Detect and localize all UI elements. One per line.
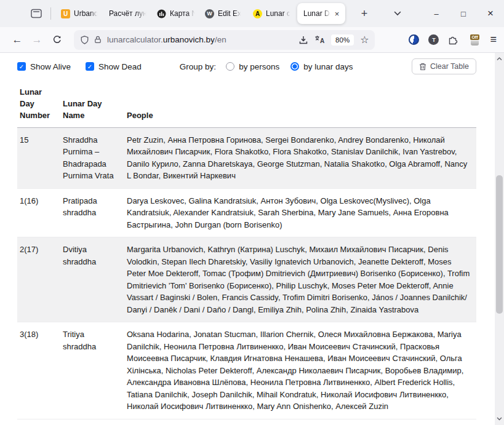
minimize-button[interactable]: –	[423, 0, 450, 27]
filter-row: ✓ Show Alive ✓ Show Dead Group by: by pe…	[17, 60, 476, 73]
tracking-protection-shield-icon[interactable]	[80, 35, 89, 45]
a-favicon-icon: A	[253, 9, 262, 18]
list-all-tabs-button[interactable]	[390, 4, 406, 23]
tab-bar: U Urbano Расчёт лун Карта N W Edit Ex A …	[0, 0, 504, 27]
group-by-label: Group by:	[180, 62, 216, 71]
close-window-button[interactable]: ×	[477, 0, 504, 27]
tab-label: Lunar c	[266, 9, 290, 18]
table-row: 1(16) Pratipada shraddha Darya Leskovec,…	[17, 189, 476, 238]
cell-lunar-day-number: 15	[17, 128, 60, 188]
cell-lunar-day-name: Tritiya shraddha	[60, 322, 124, 419]
address-bar[interactable]: lunarcalculator.urbanovich.by/en A 80% ☆	[74, 30, 375, 50]
cell-people: Margarita Urbanovich, Kathryn (Катрина) …	[124, 237, 476, 322]
cell-lunar-day-name: Dvitiya shraddha	[60, 237, 124, 322]
svg-text:A: A	[320, 38, 324, 44]
dark-mode-extension-icon[interactable]	[409, 34, 419, 45]
show-alive-checkbox-group[interactable]: ✓ Show Alive	[17, 62, 71, 71]
page-content: ✓ Show Alive ✓ Show Dead Group by: by pe…	[0, 54, 495, 425]
tab-separator	[50, 7, 51, 20]
urbanovich-favicon-icon: U	[61, 9, 70, 18]
table-row: 15 Shraddha Purnima – Bhadrapada Purnima…	[17, 128, 476, 189]
scroll-up-icon[interactable]	[495, 54, 504, 64]
cell-lunar-day-number: 1(16)	[17, 189, 60, 237]
vertical-scrollbar[interactable]	[495, 53, 504, 425]
by-lunar-days-radio[interactable]	[290, 62, 299, 71]
header-people: People	[124, 106, 476, 127]
tab-karta[interactable]: Карта N	[152, 0, 200, 27]
lock-icon[interactable]	[94, 35, 102, 44]
header-lunar-day-number: Lunar Day Number	[17, 83, 60, 127]
cell-lunar-day-name: Shraddha Purnima – Bhadrapada Purnima Vr…	[60, 128, 124, 188]
by-persons-radio[interactable]	[226, 62, 234, 71]
navigation-toolbar: ← → lunarcalculator.urbanovich.by/en A 8…	[0, 27, 504, 53]
group-by-persons-radio-group[interactable]: by persons	[226, 62, 279, 71]
scroll-down-icon[interactable]	[495, 414, 504, 424]
cell-lunar-day-number: 2(17)	[17, 237, 60, 322]
header-lunar-day-name: Lunar Day Name	[60, 95, 124, 127]
cell-people: Darya Leskovec, Galina Kandratsiuk, Анто…	[124, 189, 476, 237]
tab-lunar-days-active[interactable]: Lunar Da ×	[297, 3, 345, 24]
browser-window: U Urbano Расчёт лун Карта N W Edit Ex A …	[0, 0, 504, 425]
table-row: 3(18) Tritiya shraddha Oksana Hodarina, …	[17, 322, 476, 419]
show-dead-label: Show Dead	[98, 62, 142, 71]
wordpress-favicon-icon: W	[205, 9, 214, 18]
cell-people: Petr Zuzin, Анна Петровна Горинова, Serg…	[124, 128, 476, 188]
back-button[interactable]: ←	[7, 31, 27, 49]
show-dead-checkbox[interactable]: ✓	[86, 62, 94, 71]
by-lunar-days-label: by lunar days	[303, 62, 353, 71]
off-badge: Off	[470, 34, 479, 40]
cup-icon	[471, 41, 479, 46]
menu-hamburger-icon[interactable]: ≡	[490, 33, 497, 46]
firefox-view-button[interactable]	[28, 5, 44, 22]
show-dead-checkbox-group[interactable]: ✓ Show Dead	[86, 62, 142, 71]
lunar-days-table: Lunar Day Number Lunar Day Name People 1…	[17, 83, 476, 419]
firefox-view-icon	[31, 9, 42, 18]
tab-close-icon[interactable]: ×	[332, 9, 342, 18]
show-alive-checkbox[interactable]: ✓	[17, 62, 26, 71]
tab-lunar-calendar[interactable]: A Lunar c	[248, 0, 296, 27]
chart-favicon-icon	[157, 9, 166, 18]
reload-button[interactable]	[47, 31, 66, 49]
translate-icon[interactable]: A	[314, 35, 325, 44]
tab-label: Urbano	[74, 9, 98, 18]
table-header-row: Lunar Day Number Lunar Day Name People	[17, 83, 476, 128]
extensions-puzzle-icon[interactable]	[448, 34, 458, 45]
group-by-lunar-days-radio-group[interactable]: by lunar days	[290, 62, 353, 71]
tab-edit-excel[interactable]: W Edit Ex	[200, 0, 248, 27]
cell-lunar-day-name: Pratipada shraddha	[60, 189, 124, 237]
half-moon-icon	[409, 34, 419, 45]
tab-urbanovich[interactable]: U Urbano	[56, 0, 104, 27]
tab-label: Карта N	[170, 9, 195, 18]
zoom-level-badge[interactable]: 80%	[331, 34, 354, 46]
new-tab-button[interactable]: +	[355, 4, 374, 23]
tab-label: Lunar Da	[303, 9, 331, 18]
bookmark-star-icon[interactable]: ☆	[360, 34, 369, 46]
downloads-icon[interactable]	[298, 35, 308, 45]
table-row: 2(17) Dvitiya shraddha Margarita Urbanov…	[17, 237, 476, 322]
t-extension-icon[interactable]: T	[428, 34, 439, 45]
cell-lunar-day-number: 3(18)	[17, 322, 60, 419]
maximize-button[interactable]: □	[450, 0, 477, 27]
clear-table-label: Clear Table	[430, 62, 469, 71]
by-persons-label: by persons	[239, 62, 279, 71]
cell-people: Oksana Hodarina, Jonatan Stucman, Illari…	[124, 322, 476, 419]
show-alive-label: Show Alive	[30, 62, 71, 71]
off-extension-icon[interactable]: Off	[468, 34, 481, 46]
url-text[interactable]: lunarcalculator.urbanovich.by/en	[107, 35, 292, 44]
forward-button[interactable]: →	[27, 31, 47, 49]
tab-label: Расчёт лун	[109, 9, 147, 18]
scrollbar-thumb[interactable]	[496, 175, 503, 314]
tab-label: Edit Ex	[218, 9, 241, 18]
tab-raschet-lun[interactable]: Расчёт лун	[104, 0, 152, 27]
trash-icon	[419, 63, 426, 71]
clear-table-button[interactable]: Clear Table	[412, 58, 476, 74]
